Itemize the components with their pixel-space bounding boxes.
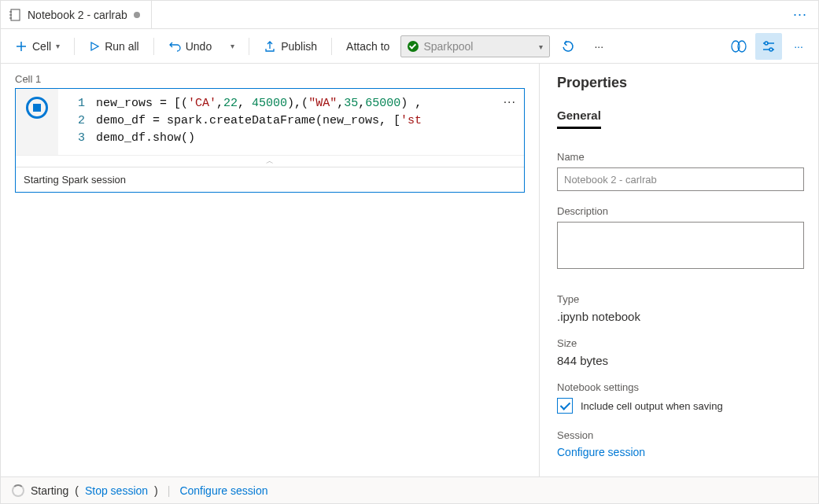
description-label: Description <box>557 205 804 217</box>
separator <box>331 38 332 55</box>
stop-cell-button[interactable] <box>26 97 48 119</box>
code-cell[interactable]: 123 new_rows = [('CA',22, 45000),("WA",3… <box>15 88 525 193</box>
toolbar: Cell ▾ Run all Undo ▾ Publish Attach to … <box>1 29 818 64</box>
paren: ) <box>154 484 158 497</box>
undo-dropdown[interactable]: ▾ <box>223 35 242 58</box>
unsaved-indicator <box>134 12 140 18</box>
variables-button[interactable] <box>725 33 752 60</box>
session-label: Session <box>557 429 804 441</box>
separator <box>153 38 154 55</box>
separator <box>74 38 75 55</box>
configure-session-link[interactable]: Configure session <box>557 446 804 458</box>
tab-title: Notebook 2 - carlrab <box>28 9 127 21</box>
undo-button[interactable]: Undo <box>160 35 220 58</box>
cell-more-button[interactable]: ··· <box>504 95 516 109</box>
type-label: Type <box>557 293 804 305</box>
play-icon <box>89 41 100 52</box>
line-gutter: 123 <box>58 94 96 147</box>
panel-more-button[interactable]: ··· <box>785 33 812 60</box>
undo-label: Undo <box>186 40 212 53</box>
code-area[interactable]: new_rows = [('CA',22, 45000),("WA",35,65… <box>96 94 524 147</box>
toolbar-more-button[interactable]: ··· <box>586 35 611 58</box>
size-label: Size <box>557 337 804 349</box>
chevron-down-icon: ▾ <box>56 42 60 50</box>
editor-pane: Cell 1 123 new_rows = [('CA',22, 45000),… <box>1 64 539 476</box>
stop-session-link[interactable]: Stop session <box>85 484 148 497</box>
separator: | <box>168 484 171 497</box>
undo-icon <box>168 40 181 53</box>
chevron-down-icon: ▾ <box>539 42 543 50</box>
separator <box>249 38 249 55</box>
plus-icon <box>15 40 28 53</box>
run-all-button[interactable]: Run all <box>81 35 147 58</box>
svg-point-12 <box>769 48 773 51</box>
collapse-handle[interactable]: ︿ <box>16 155 524 167</box>
checkbox-label: Include cell output when saving <box>581 400 723 412</box>
run-all-label: Run all <box>105 40 139 53</box>
include-output-checkbox[interactable] <box>557 398 573 414</box>
properties-button[interactable] <box>755 33 782 60</box>
more-icon: ··· <box>794 40 803 53</box>
publish-label: Publish <box>281 40 317 53</box>
settings-label: Notebook settings <box>557 381 804 393</box>
refresh-button[interactable] <box>553 35 583 58</box>
svg-marker-6 <box>91 42 98 50</box>
svg-rect-0 <box>11 9 20 20</box>
chevron-down-icon: ▾ <box>231 42 234 50</box>
size-value: 844 bytes <box>557 354 804 367</box>
cell-status: Starting Spark session <box>16 167 524 192</box>
type-value: .ipynb notebook <box>557 310 804 323</box>
refresh-icon <box>561 39 575 53</box>
cell-label: Cell 1 <box>15 73 525 85</box>
notebook-tab[interactable]: Notebook 2 - carlrab <box>1 1 152 28</box>
main-area: Cell 1 123 new_rows = [('CA',22, 45000),… <box>1 64 818 476</box>
paren: ( <box>75 484 79 497</box>
variables-icon <box>731 39 747 53</box>
description-input[interactable] <box>557 222 804 269</box>
attach-to-label: Attach to <box>338 40 397 53</box>
run-column <box>16 89 58 155</box>
publish-button[interactable]: Publish <box>256 35 325 58</box>
properties-title: Properties <box>557 75 804 91</box>
status-bar: Starting (Stop session) | Configure sess… <box>1 476 818 503</box>
spark-pool-dropdown[interactable]: Sparkpool ▾ <box>400 35 550 57</box>
configure-session-link[interactable]: Configure session <box>179 484 267 497</box>
cell-label: Cell <box>32 40 51 53</box>
properties-panel: Properties General Name Description Type… <box>539 64 818 476</box>
tab-bar: Notebook 2 - carlrab ··· <box>1 1 818 29</box>
name-label: Name <box>557 151 804 163</box>
status-ok-icon <box>408 41 419 52</box>
status-text: Starting <box>31 484 68 497</box>
pool-name: Sparkpool <box>423 40 473 53</box>
tab-more-button[interactable]: ··· <box>782 6 818 23</box>
more-icon: ··· <box>594 40 603 53</box>
spinner-icon <box>12 484 24 497</box>
name-input[interactable] <box>557 167 804 191</box>
svg-point-10 <box>765 42 768 45</box>
notebook-icon <box>9 9 21 21</box>
stop-icon <box>33 104 41 112</box>
add-cell-button[interactable]: Cell ▾ <box>7 35 68 58</box>
publish-icon <box>264 40 276 53</box>
tab-general[interactable]: General <box>557 109 601 129</box>
settings-icon <box>762 39 776 53</box>
